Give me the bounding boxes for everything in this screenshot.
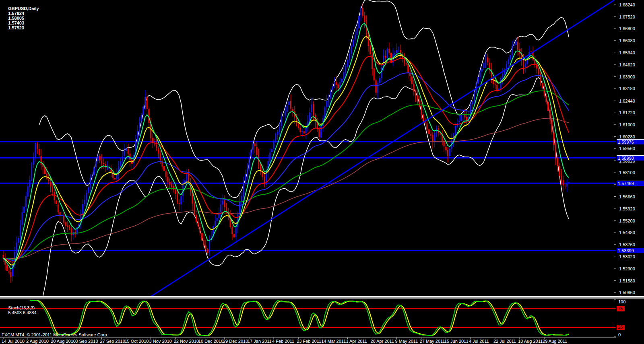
- date-axis[interactable]: 14 Jul 20102 Aug 201020 Aug 20108 Sep 20…: [0, 338, 644, 344]
- stoch-level-badge: 25: [617, 325, 625, 330]
- price-tick-label: 1.68240: [619, 2, 635, 7]
- price-tick-label: 1.53760: [619, 242, 635, 247]
- ema-6-line: [3, 23, 569, 269]
- stoch-d-line: [30, 301, 569, 336]
- price-tick-label: 1.50860: [619, 290, 635, 295]
- price-axis-border: [616, 0, 616, 337]
- stoch-k-line: [30, 300, 569, 336]
- close-value: 1.57523: [8, 25, 24, 30]
- date-tick-label: 17 Jan 2011: [248, 339, 272, 344]
- low-value: 1.57403: [8, 21, 24, 25]
- price-level-badge: 1.58998: [617, 155, 644, 161]
- date-tick-label: 20 Apr 2011: [371, 339, 394, 344]
- stochastic-name: Stoch(13,3,3): [8, 305, 35, 310]
- price-tick-label: 1.64620: [619, 62, 635, 67]
- price-level-badge: 1.59976: [617, 139, 644, 144]
- uptrend-line[interactable]: [149, 0, 614, 298]
- mt4-chart-window: GBPUSD,Daily 1.57824 1.58005 1.57403 1.5…: [0, 0, 644, 344]
- date-tick-label: 23 Feb 2011: [297, 339, 321, 344]
- stoch-level-badge: 75: [617, 306, 625, 311]
- price-tick-label: 1.61720: [619, 110, 635, 115]
- price-tick-label: 1.60280: [619, 134, 635, 139]
- price-tick-label: 1.63900: [619, 74, 635, 79]
- date-tick-label: 2 Aug 2010: [26, 339, 49, 344]
- price-tick-label: 1.62440: [619, 99, 635, 103]
- date-tick-label: 27 May 2011: [420, 339, 445, 344]
- date-tick-label: 15 Oct 2010: [125, 339, 149, 344]
- stoch-panel-bottom-border: [0, 337, 616, 338]
- date-tick-label: 29 Aug 2011: [543, 339, 567, 344]
- price-level-badge: 1.57469: [617, 181, 644, 186]
- date-tick-label: 14 Jul 2010: [2, 339, 25, 344]
- price-tick-label: 1.61000: [619, 122, 635, 127]
- stochastic-values: 5.4503 6.4884: [8, 310, 36, 315]
- date-tick-label: 29 Dec 2010: [223, 339, 248, 344]
- price-tick-label: 1.58100: [619, 170, 635, 175]
- date-tick-label: 10 Aug 2011: [518, 339, 543, 344]
- price-tick-label: 1.59560: [619, 146, 635, 151]
- price-tick-label: 1.56660: [619, 194, 635, 199]
- ema-110-line: [3, 91, 569, 259]
- date-tick-label: 27 Sep 2010: [100, 339, 125, 344]
- price-tick-label: 1.53020: [619, 254, 635, 259]
- trendline-layer[interactable]: [149, 0, 614, 298]
- price-tick-label: 1.51580: [619, 278, 635, 283]
- date-tick-label: 9 May 2011: [395, 339, 418, 344]
- price-tick-label: 1.67520: [619, 14, 635, 19]
- date-tick-label: 4 Feb 2011: [272, 339, 294, 344]
- price-tick-label: 1.55200: [619, 218, 635, 223]
- stochastic-label: Stoch(13,3,3) 5.4503 6.4884: [3, 301, 37, 320]
- price-tick-label: 1.54480: [619, 230, 635, 235]
- price-tick-label: 1.66800: [619, 26, 635, 31]
- date-tick-label: 22 Jul 2011: [493, 339, 516, 344]
- price-tick-label: 1.65340: [619, 50, 635, 55]
- date-tick-label: 4 Jul 2011: [469, 339, 489, 344]
- date-tick-label: 3 Nov 2010: [149, 339, 172, 344]
- axis-ticks-layer: [3, 5, 616, 339]
- price-tick-label: 1.63180: [619, 86, 635, 91]
- date-tick-label: 1 Apr 2011: [346, 339, 367, 344]
- moving-averages-layer: [3, 23, 569, 269]
- price-tick-label: 1.66080: [619, 38, 635, 43]
- price-tick-label: 1.52300: [619, 266, 635, 271]
- symbol-period-label: GBPUSD,Daily: [8, 6, 39, 11]
- date-tick-label: 22 Nov 2010: [174, 339, 199, 344]
- symbol-ohlc-label: GBPUSD,Daily 1.57824 1.58005 1.57403 1.5…: [3, 1, 41, 35]
- open-value: 1.57824: [8, 11, 24, 16]
- stoch-tick-label: 0: [618, 332, 621, 337]
- high-value: 1.58005: [8, 16, 24, 21]
- price-tick-label: 1.55920: [619, 206, 635, 211]
- chart-canvas[interactable]: [0, 0, 644, 344]
- date-tick-label: 8 Sep 2010: [75, 339, 98, 344]
- stoch-tick-label: 100: [618, 299, 625, 304]
- date-tick-label: 20 Aug 2010: [51, 339, 76, 344]
- copyright-label: FXCM MT4, © 2001-2011 MetaQuotes Softwar…: [2, 332, 108, 337]
- date-tick-label: 14 Mar 2011: [321, 339, 346, 344]
- ema-24-line: [3, 56, 569, 262]
- date-tick-label: 10 Dec 2010: [198, 339, 223, 344]
- panel-separator[interactable]: [0, 296, 644, 299]
- stochastic-layer: [0, 300, 616, 336]
- date-tick-label: 15 Jun 2011: [444, 339, 469, 344]
- price-level-badge: 1.53399: [617, 248, 644, 253]
